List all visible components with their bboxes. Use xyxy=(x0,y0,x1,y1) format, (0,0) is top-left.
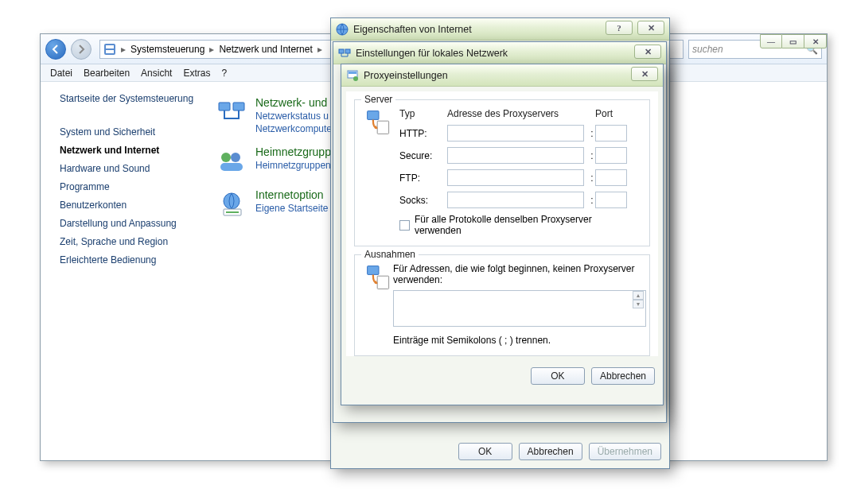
control-panel-icon xyxy=(103,43,116,56)
socks-port-input[interactable] xyxy=(595,192,627,208)
category-sublink[interactable]: Netzwerkstatus u xyxy=(255,110,332,122)
sidebar: Startseite der Systemsteuerung System un… xyxy=(41,82,208,460)
menu-file[interactable]: Datei xyxy=(50,68,72,79)
ftp-port-input[interactable] xyxy=(595,169,627,186)
group-label: Server xyxy=(361,94,395,105)
ftp-address-input[interactable] xyxy=(447,169,584,186)
secure-address-input[interactable] xyxy=(447,147,584,164)
dialog-title: Einstellungen für lokales Netzwerk xyxy=(356,48,508,59)
dialog-title: Eigenschaften von Internet xyxy=(353,24,472,35)
proxy-type-label: Secure: xyxy=(399,150,447,161)
checkbox-label: Für alle Protokolle denselben Proxyserve… xyxy=(415,214,640,236)
dialog-buttons: OK Abbrechen xyxy=(341,364,663,393)
sidebar-item-net[interactable]: Netzwerk und Internet xyxy=(60,145,203,156)
svg-rect-19 xyxy=(377,276,388,289)
sidebar-item-hw[interactable]: Hardware und Sound xyxy=(60,163,203,174)
svg-point-8 xyxy=(224,193,240,209)
sidebar-item-syssec[interactable]: System und Sicherheit xyxy=(60,126,203,138)
menu-help[interactable]: ? xyxy=(221,68,227,79)
group-label: Ausnahmen xyxy=(361,249,419,260)
category-sublink[interactable]: Heimnetzgruppen xyxy=(255,160,331,171)
col-port: Port xyxy=(595,108,613,119)
arrow-right-icon xyxy=(76,45,86,54)
minimize-button[interactable]: — xyxy=(760,34,782,48)
proxy-settings-dialog: Proxyeinstellungen ✕ Server Typ Adresse … xyxy=(341,64,664,405)
sidebar-item-timelang[interactable]: Zeit, Sprache und Region xyxy=(60,236,203,247)
sidebar-item-ease[interactable]: Erleichterte Bedienung xyxy=(60,254,203,266)
col-type: Typ xyxy=(399,108,447,119)
internet-options-icon xyxy=(216,188,247,220)
sidebar-item-users[interactable]: Benutzerkonten xyxy=(60,200,203,211)
proxy-row-ftp: FTP: : xyxy=(399,169,640,186)
menu-extras[interactable]: Extras xyxy=(183,68,210,79)
category-title: Heimnetzgrupp xyxy=(255,145,331,158)
svg-point-6 xyxy=(231,153,240,162)
dialog-buttons: OK Abbrechen Übernehmen xyxy=(331,440,669,468)
exceptions-icon xyxy=(364,263,393,292)
proxy-row-socks: Socks: : xyxy=(399,192,640,208)
proxy-row-secure: Secure: : xyxy=(399,147,640,164)
close-button[interactable]: ✕ xyxy=(637,21,664,35)
same-proxy-checkbox[interactable]: Für alle Protokolle denselben Proxyserve… xyxy=(399,214,640,236)
dialog-titlebar[interactable]: Eigenschaften von Internet ? ✕ xyxy=(331,18,669,41)
colon: : xyxy=(589,173,595,184)
svg-rect-2 xyxy=(106,50,114,53)
search-placeholder: suchen xyxy=(692,44,723,55)
exceptions-text: Für Adressen, die wie folgt beginnen, ke… xyxy=(393,263,646,285)
svg-rect-7 xyxy=(220,163,243,171)
homegroup-icon xyxy=(216,145,247,177)
apply-button[interactable]: Übernehmen xyxy=(589,443,661,460)
svg-rect-14 xyxy=(349,72,356,74)
server-group: Server Typ Adresse des Proxyservers Port… xyxy=(354,99,650,246)
close-button[interactable]: ✕ xyxy=(634,45,661,59)
dialog-titlebar[interactable]: Proxyeinstellungen ✕ xyxy=(341,64,663,87)
dialog-title: Proxyeinstellungen xyxy=(364,70,448,81)
svg-rect-11 xyxy=(339,49,344,53)
svg-rect-16 xyxy=(368,111,379,120)
cancel-button[interactable]: Abbrechen xyxy=(519,443,582,460)
sidebar-item-appearance[interactable]: Darstellung und Anpassung xyxy=(60,218,203,229)
proxy-type-label: FTP: xyxy=(399,173,447,184)
colon: : xyxy=(589,128,595,139)
window-controls: — ▭ ✕ xyxy=(760,34,827,48)
close-button[interactable]: ✕ xyxy=(631,67,658,81)
nav-forward-button[interactable] xyxy=(71,39,92,60)
cancel-button[interactable]: Abbrechen xyxy=(591,367,655,385)
breadcrumb-seg-1[interactable]: Netzwerk und Internet xyxy=(216,44,315,55)
http-address-input[interactable] xyxy=(447,125,584,142)
secure-port-input[interactable] xyxy=(595,147,627,164)
checkbox-icon xyxy=(399,220,410,231)
spinner-up-icon[interactable]: ▴ xyxy=(633,291,644,300)
ok-button[interactable]: OK xyxy=(458,443,512,460)
spinner-down-icon[interactable]: ▾ xyxy=(633,300,644,308)
sidebar-home[interactable]: Startseite der Systemsteuerung xyxy=(60,93,203,104)
menu-view[interactable]: Ansicht xyxy=(141,68,172,79)
breadcrumb-separator: ▸ xyxy=(119,44,127,55)
proxy-type-label: HTTP: xyxy=(399,128,447,139)
exceptions-textarea[interactable]: ▴▾ xyxy=(393,290,646,327)
nav-back-button[interactable] xyxy=(45,39,66,60)
arrow-left-icon xyxy=(51,45,60,54)
dialog-titlebar[interactable]: Einstellungen für lokales Netzwerk ✕ xyxy=(333,42,666,64)
proxy-row-http: HTTP: : xyxy=(399,125,640,142)
breadcrumb-seg-0[interactable]: Systemsteuerung xyxy=(127,44,208,55)
breadcrumb-separator: ▸ xyxy=(208,44,216,55)
svg-rect-1 xyxy=(106,45,114,48)
maximize-button[interactable]: ▭ xyxy=(782,34,804,48)
exceptions-group: Ausnahmen Für Adressen, die wie folgt be… xyxy=(354,254,650,356)
category-sublink[interactable]: Netzwerkcompute xyxy=(255,123,332,134)
svg-rect-4 xyxy=(233,103,244,110)
category-sublink[interactable]: Eigene Startseite ä xyxy=(255,203,336,214)
help-button[interactable]: ? xyxy=(606,21,633,35)
spinner[interactable]: ▴▾ xyxy=(633,291,644,308)
globe-icon xyxy=(336,23,349,36)
network-icon xyxy=(338,47,351,60)
ok-button[interactable]: OK xyxy=(531,367,585,385)
socks-address-input[interactable] xyxy=(447,192,584,208)
close-button[interactable]: ✕ xyxy=(804,34,827,48)
proxy-type-label: Socks: xyxy=(399,195,447,206)
menu-edit[interactable]: Bearbeiten xyxy=(84,68,130,79)
http-port-input[interactable] xyxy=(595,125,627,142)
sidebar-item-prog[interactable]: Programme xyxy=(60,181,203,192)
svg-point-5 xyxy=(221,153,231,162)
